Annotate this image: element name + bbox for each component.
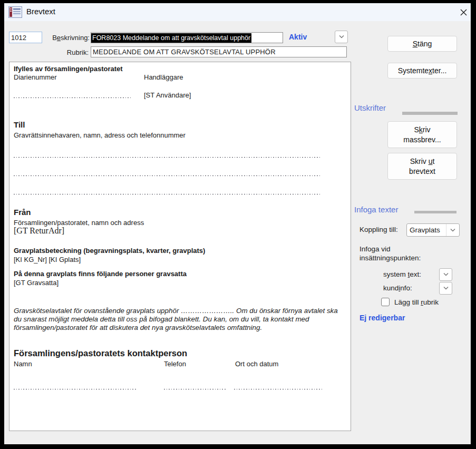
namn-label: Namn [14,360,32,368]
notice-line: du snarast möjligt meddela detta till os… [14,315,309,323]
notice-line: församlingen/pastoratet för att diskuter… [14,324,262,331]
gt-gravsatta-placeholder: [GT Gravsatta] [14,279,59,287]
skriv-massbrev-button[interactable]: Skriv massbrev... [387,121,457,148]
koppling-till-label: Koppling till: [360,226,398,233]
till-subtitle: Gravrättsinnehavaren, namn, adress och t… [14,131,186,139]
letter-section-title: Ifylles av församlingen/pastoratet [14,65,123,73]
chevron-down-icon [443,272,449,277]
rubrik-input[interactable]: MEDDELANDE OM ATT GRAVSKÖTSELAVTAL UPPHÖ… [91,46,347,57]
utskrifter-header: Utskrifter [354,103,386,112]
rubrik-label: Rubrik: [36,48,89,56]
till-heading: Till [14,120,25,129]
letter-editor[interactable]: Ifylles av församlingen/pastoratet Diari… [9,62,351,431]
status-dropdown[interactable] [335,31,348,43]
close-icon[interactable] [458,6,469,18]
systemtexter-button[interactable]: Systemtexter... [387,63,457,79]
gravplatsbeteckning-heading: Gravplatsbeteckning (begravningsplats, k… [14,247,205,255]
beskrivning-label: Beskrivning: [36,34,90,42]
diarienummer-label: Diarienummer [14,73,57,81]
gt-returadr-placeholder: [GT ReturAdr] [14,226,64,236]
infoga-vid-label: Infoga vid insättningspunkten: [360,245,441,262]
ej-redigerbar-label: Ej redigerbar [360,314,405,322]
dotted-line [164,389,226,389]
section-divider [414,211,456,213]
skriv-ut-brevtext-button[interactable]: Skriv ut brevtext [387,153,457,180]
handlaggare-label: Handläggare [144,73,183,81]
kontaktperson-heading: Församlingens/pastoratets kontaktperson [14,348,187,358]
infoga-texter-header: Infoga texter [354,205,398,214]
window-title: Brevtext [26,7,55,16]
system-text-dropdown[interactable] [439,268,452,281]
ki-placeholders: [KI KG_Nr] [KI Gplats] [14,256,81,263]
beskrivning-input[interactable]: FOR8023 Meddelande om att gravskötselavt… [91,32,283,43]
dotted-line [14,157,320,158]
status-label: Aktiv [289,33,307,41]
brevtext-dialog: Brevtext 1012 Beskrivning: FOR8023 Medde… [4,3,471,444]
lagg-till-rubrik-checkbox[interactable] [381,298,390,306]
dotted-line [14,175,320,176]
titlebar: Brevtext [4,3,471,21]
koppling-dropdown[interactable]: Gravplats [406,223,460,237]
dotted-line [14,97,131,98]
dotted-line [14,194,320,194]
chevron-down-icon [338,35,345,39]
form-icon [8,6,22,18]
dotted-line [14,389,137,389]
gravsatta-heading: På denna gravplats finns följande person… [14,270,187,278]
stang-button[interactable]: Stäng [387,36,457,52]
chevron-down-icon [446,224,459,236]
notice-line: Gravskötselavtalet för ovanstående gravp… [14,307,338,315]
dotted-line [234,389,324,389]
lagg-till-rubrik-label: Lägg till rubrik [394,298,439,306]
ort-och-datum-label: Ort och datum [235,360,278,368]
telefon-label: Telefon [164,360,186,368]
kundinfo-label: kundinfo: [383,284,412,292]
fran-heading: Från [14,208,31,217]
kundinfo-dropdown[interactable] [439,282,452,295]
selected-text: FOR8023 Meddelande om att gravskötselavt… [91,33,251,43]
chevron-down-icon [443,286,449,290]
st-anvandare-placeholder: [ST Användare] [144,91,191,99]
koppling-value: Gravplats [407,226,446,234]
system-text-label: system text: [383,270,421,278]
section-divider [402,112,458,115]
fran-subtitle: Församlingen/pastoratet, namn och adress [14,219,144,227]
